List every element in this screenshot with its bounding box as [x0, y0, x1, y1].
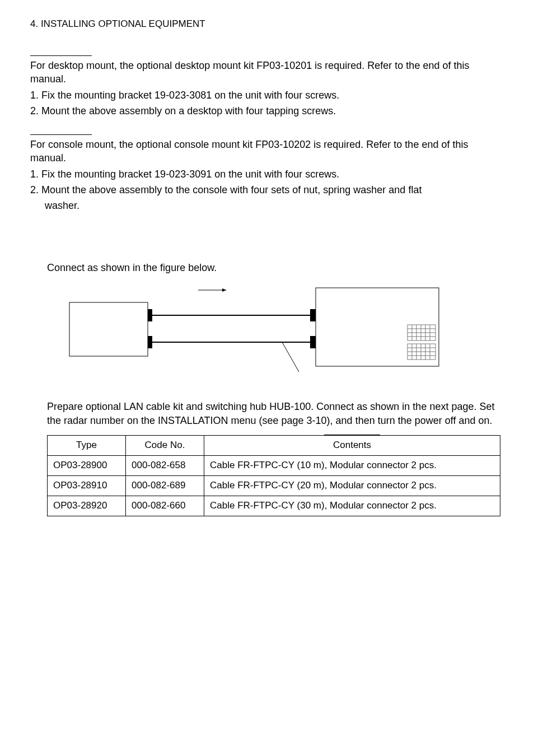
section-rule-1 — [30, 55, 92, 56]
svg-rect-9 — [310, 309, 316, 321]
svg-rect-4 — [148, 336, 152, 348]
page-header: 4. INSTALLING OPTIONAL EQUIPMENT — [30, 18, 504, 31]
svg-rect-10 — [310, 336, 316, 348]
console-mount-section: For console mount, the optional console … — [30, 138, 504, 212]
console-intro: For console mount, the optional console … — [30, 138, 504, 165]
th-type: Type — [48, 435, 126, 455]
cell-type: OP03-28920 — [48, 496, 126, 516]
table-row: OP03-28910 000-082-689 Cable FR-FTPC-CY … — [48, 475, 500, 496]
desktop-step-2: 2. Mount the above assembly on a desktop… — [30, 104, 504, 118]
desktop-step-1: 1. Fix the mounting bracket 19-023-3081 … — [30, 88, 504, 102]
desktop-mount-section: For desktop mount, the optional desktop … — [30, 59, 504, 118]
svg-rect-3 — [148, 309, 152, 321]
th-contents-label: Contents — [333, 440, 371, 450]
caption-rule — [324, 435, 380, 435]
th-code: Code No. — [126, 435, 204, 455]
svg-rect-2 — [69, 302, 148, 356]
connect-figure-section: Connect as shown in the figure below. — [47, 261, 504, 274]
console-step-2b: washer. — [30, 199, 504, 212]
lan-kit-table: Type Code No. Contents OP03-28900 000-08… — [47, 435, 500, 516]
section-rule-2 — [30, 134, 92, 135]
cell-code: 000-082-658 — [126, 455, 204, 475]
cell-contents: Cable FR-FTPC-CY (10 m), Modular connect… — [204, 455, 500, 475]
svg-rect-8 — [316, 288, 439, 366]
cell-type: OP03-28900 — [48, 455, 126, 475]
table-header-row: Type Code No. Contents — [48, 435, 500, 455]
console-step-2a: 2. Mount the above assembly to the conso… — [30, 183, 504, 197]
svg-marker-1 — [222, 288, 226, 292]
cell-code: 000-082-660 — [126, 496, 204, 516]
svg-line-7 — [282, 342, 299, 372]
console-step-1: 1. Fix the mounting bracket 19-023-3091 … — [30, 167, 504, 181]
cell-contents: Cable FR-FTPC-CY (30 m), Modular connect… — [204, 496, 500, 516]
lan-text: Prepare optional LAN cable kit and switc… — [47, 400, 504, 427]
lan-kit-table-wrap: Type Code No. Contents OP03-28900 000-08… — [47, 435, 504, 516]
cell-type: OP03-28910 — [48, 475, 126, 496]
connect-text: Connect as shown in the figure below. — [47, 261, 504, 274]
th-contents: Contents — [204, 435, 500, 455]
lan-section: Prepare optional LAN cable kit and switc… — [47, 400, 504, 427]
cell-contents: Cable FR-FTPC-CY (20 m), Modular connect… — [204, 475, 500, 496]
desktop-intro: For desktop mount, the optional desktop … — [30, 59, 504, 86]
table-row: OP03-28920 000-082-660 Cable FR-FTPC-CY … — [48, 496, 500, 516]
table-row: OP03-28900 000-082-658 Cable FR-FTPC-CY … — [48, 455, 500, 475]
connection-diagram — [47, 282, 472, 377]
cell-code: 000-082-689 — [126, 475, 204, 496]
